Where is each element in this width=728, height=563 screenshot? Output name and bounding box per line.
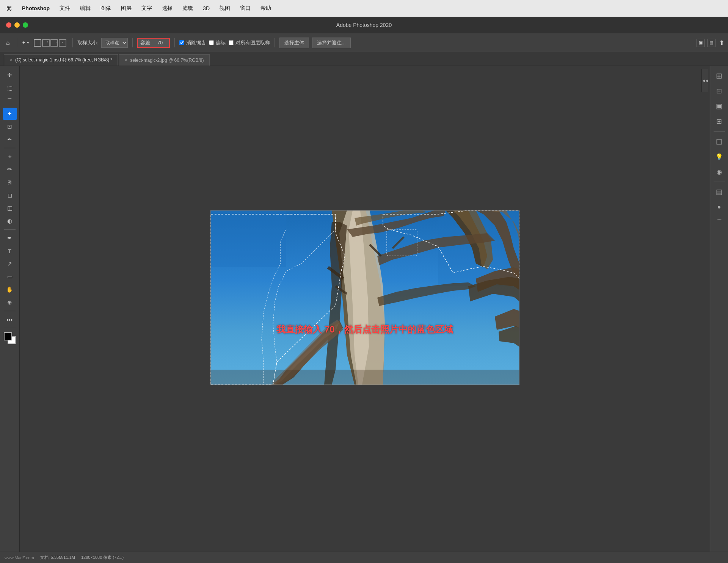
contiguous-checkbox-group[interactable]: 连续 xyxy=(209,39,226,46)
contiguous-checkbox[interactable] xyxy=(209,40,214,45)
marquee-tool[interactable]: ⬚ xyxy=(3,82,17,94)
color-swatches xyxy=(4,332,16,344)
panel-collapse-btn[interactable]: ◀◀ xyxy=(701,69,708,92)
layers-panel-icon[interactable]: ▤ xyxy=(712,185,726,199)
tool-sep4 xyxy=(4,328,16,328)
tab-jpg[interactable]: ✕ select-magic-2.jpg @ 66.7%(RGB/8) xyxy=(119,54,209,66)
subtitle-text: 我直接输入 70，然后点击照片中的蓝色区域 xyxy=(276,323,453,336)
tab-psd[interactable]: ✕ (C) select-magic-1.psd @ 66.7% (tree, … xyxy=(4,54,118,66)
minimize-button[interactable] xyxy=(14,22,20,28)
left-toolbar: ✛ ⬚ ⌒ ✦ ⊡ ✒ ⌖ ✏ ⎘ ◻ ◫ ◐ ✒ T ↗ ▭ ✋ ⊕ ••• xyxy=(0,66,20,552)
menu-filter[interactable]: 滤镜 xyxy=(181,4,195,13)
pen-tool[interactable]: ✒ xyxy=(3,232,17,244)
watermark: www.MacZ.com xyxy=(5,555,34,560)
main-layout: ✛ ⬚ ⌒ ✦ ⊡ ✒ ⌖ ✏ ⎘ ◻ ◫ ◐ ✒ T ↗ ▭ ✋ ⊕ ••• xyxy=(0,66,728,552)
clone-tool[interactable]: ⎘ xyxy=(3,176,17,188)
panel-icon-4[interactable]: ⊞ xyxy=(712,114,726,128)
layout-icon-1[interactable]: ▣ xyxy=(697,39,705,47)
hand-tool[interactable]: ✋ xyxy=(3,284,17,296)
menu-view[interactable]: 视图 xyxy=(218,4,232,13)
panel-icon-5[interactable]: ◫ xyxy=(712,135,726,148)
type-tool[interactable]: T xyxy=(3,245,17,257)
sample-size-label: 取样大小: xyxy=(77,39,99,46)
menu-help[interactable]: 帮助 xyxy=(259,4,273,13)
tool-sep2 xyxy=(4,229,16,230)
tolerance-container: 容差: xyxy=(137,38,170,48)
menu-select[interactable]: 选择 xyxy=(160,4,174,13)
titlebar: Adobe Photoshop 2020 xyxy=(0,17,728,33)
panel-icon-6[interactable]: 💡 xyxy=(712,150,726,163)
more-tools[interactable]: ••• xyxy=(3,314,17,326)
traffic-lights xyxy=(6,22,28,28)
anti-alias-checkbox[interactable] xyxy=(179,40,184,45)
panel-icon-7[interactable]: ◉ xyxy=(712,165,726,179)
subtract-selection-btn[interactable]: - xyxy=(50,39,58,47)
tab-label-2: select-magic-2.jpg @ 66.7%(RGB/8) xyxy=(130,58,204,63)
tolerance-label: 容差: xyxy=(140,39,152,46)
sep5 xyxy=(275,38,275,47)
eraser-tool[interactable]: ◻ xyxy=(3,189,17,201)
brush-tool[interactable]: ✏ xyxy=(3,163,17,176)
menu-type[interactable]: 文字 xyxy=(140,4,154,13)
healing-tool[interactable]: ⌖ xyxy=(3,151,17,163)
intersect-selection-btn[interactable]: × xyxy=(59,39,66,47)
tool-sep3 xyxy=(4,311,16,311)
apple-icon[interactable]: ⌘ xyxy=(6,5,12,12)
new-selection-btn[interactable] xyxy=(34,39,41,47)
dimensions-info: 1280×1080 像素 (72...) xyxy=(81,555,124,560)
menubar: ⌘ Photoshop 文件 编辑 图像 图层 文字 选择 滤镜 3D 视图 窗… xyxy=(0,0,728,17)
crop-tool[interactable]: ⊡ xyxy=(3,121,17,133)
layout-icon-2[interactable]: ▤ xyxy=(707,39,715,47)
menu-image[interactable]: 图像 xyxy=(99,4,113,13)
menu-window[interactable]: 窗口 xyxy=(238,4,252,13)
tool-sep1 xyxy=(4,148,16,148)
sample-all-label: 对所有图层取样 xyxy=(235,39,270,46)
canvas-image xyxy=(210,210,519,385)
sep4 xyxy=(174,38,175,47)
foreground-color[interactable] xyxy=(4,332,12,340)
lasso-tool[interactable]: ⌒ xyxy=(3,95,17,107)
add-selection-btn[interactable]: + xyxy=(42,39,50,47)
path-tool[interactable]: ↗ xyxy=(3,258,17,270)
anti-alias-checkbox-group[interactable]: 消除锯齿 xyxy=(179,39,206,46)
eyedropper-tool[interactable]: ✒ xyxy=(3,133,17,146)
shape-tool[interactable]: ▭ xyxy=(3,271,17,283)
tolerance-input[interactable] xyxy=(153,40,167,45)
dropdown-arrow[interactable]: ▾ xyxy=(27,40,29,45)
home-button[interactable]: ⌂ xyxy=(4,38,12,47)
magic-wand-tool[interactable]: ✦ xyxy=(3,108,17,120)
paths-panel-icon[interactable]: ⌒ xyxy=(712,215,726,229)
maximize-button[interactable] xyxy=(23,22,28,28)
anti-alias-label: 消除锯齿 xyxy=(186,39,206,46)
close-button[interactable] xyxy=(6,22,11,28)
gradient-tool[interactable]: ◫ xyxy=(3,202,17,214)
right-panels: ⊞ ⊟ ▣ ⊞ ◫ 💡 ◉ ▤ ● ⌒ xyxy=(710,66,728,552)
tab-close-1[interactable]: ✕ xyxy=(9,58,13,63)
panel-icon-2[interactable]: ⊟ xyxy=(712,84,726,98)
menu-layers[interactable]: 图层 xyxy=(119,4,133,13)
sep2 xyxy=(72,38,73,47)
menu-file[interactable]: 文件 xyxy=(58,4,72,13)
dodge-tool[interactable]: ◐ xyxy=(3,215,17,227)
sample-all-checkbox-group[interactable]: 对所有图层取样 xyxy=(229,39,270,46)
select-subject-button[interactable]: 选择主体 xyxy=(279,38,309,48)
sep3 xyxy=(132,38,133,47)
channels-panel-icon[interactable]: ● xyxy=(712,200,726,214)
panel-icon-1[interactable]: ⊞ xyxy=(712,69,726,83)
select-mask-button[interactable]: 选择并遮住... xyxy=(312,38,351,48)
canvas-container: 我直接输入 70，然后点击照片中的蓝色区域 xyxy=(210,210,519,385)
share-icon[interactable]: ⬆ xyxy=(719,39,724,46)
sample-all-checkbox[interactable] xyxy=(229,40,234,45)
panel-icon-3[interactable]: ▣ xyxy=(712,99,726,113)
statusbar: www.MacZ.com 文档: 5.35M/11.1M 1280×1080 像… xyxy=(0,552,728,563)
canvas-area: 我直接输入 70，然后点击照片中的蓝色区域 xyxy=(20,66,710,552)
menu-3d[interactable]: 3D xyxy=(201,5,211,12)
menu-edit[interactable]: 编辑 xyxy=(78,4,92,13)
zoom-tool[interactable]: ⊕ xyxy=(3,296,17,309)
move-tool[interactable]: ✛ xyxy=(3,69,17,81)
wand-icon: ✦ xyxy=(22,40,26,45)
tabbar: ✕ (C) select-magic-1.psd @ 66.7% (tree, … xyxy=(0,52,728,66)
menu-photoshop[interactable]: Photoshop xyxy=(20,5,51,12)
sample-size-select[interactable]: 取样点 xyxy=(101,38,128,48)
tab-close-2[interactable]: ✕ xyxy=(124,58,128,63)
